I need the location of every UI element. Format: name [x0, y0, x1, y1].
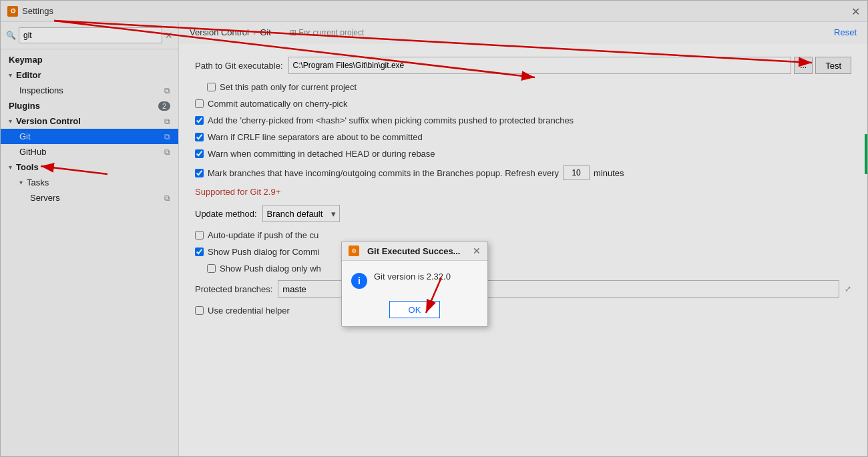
dialog-app-icon: ⚙ — [349, 246, 359, 256]
dialog-title-bar: ⚙ Git Executed Succes... ✕ — [342, 242, 487, 261]
dialog-close-button[interactable]: ✕ — [473, 246, 481, 256]
dialog-footer: OK — [342, 297, 487, 326]
settings-window: ⚙ Settings ✕ 🔍 ✕ Keymap ▾ Edit — [0, 0, 868, 457]
dialog-body: i Git version is 2.32.0 — [342, 261, 487, 297]
git-success-dialog: ⚙ Git Executed Succes... ✕ i Git version… — [341, 241, 488, 327]
dialog-overlay — [1, 1, 867, 456]
dialog-message: Git version is 2.32.0 — [374, 272, 451, 282]
dialog-ok-button[interactable]: OK — [389, 301, 441, 318]
dialog-title-text: Git Executed Succes... — [367, 246, 473, 256]
dialog-info-icon: i — [351, 273, 367, 289]
